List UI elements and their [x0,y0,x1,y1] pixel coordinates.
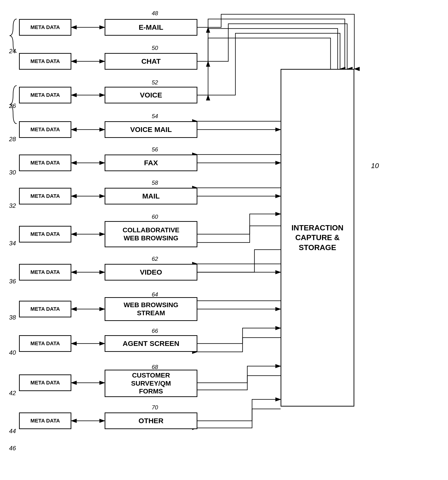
meta-box-5: META DATA [19,188,71,205]
ref-58: 58 [152,179,158,186]
meta-label-9: META DATA [30,340,60,347]
meta-label-6: META DATA [30,231,60,237]
meta-label-11: META DATA [30,418,60,424]
channel-box-agentscreen: AGENT SCREEN [105,335,197,352]
meta-box-3: META DATA [19,121,71,138]
bracket-label-38: 38 [9,314,16,321]
channel-box-webstream: WEB BROWSINGSTREAM [105,297,197,321]
channel-label-email: E-MAIL [139,23,163,32]
channel-box-video: VIDEO [105,264,197,281]
bracket-label-30: 30 [9,169,16,176]
ref-70: 70 [152,404,158,411]
channel-label-collab: COLLABORATIVEWEB BROWSING [122,226,179,242]
storage-label: INTERACTIONCAPTURE &STORAGE [292,223,344,253]
ref-52: 52 [152,79,158,86]
bracket-label-42: 42 [9,389,16,397]
ref-50: 50 [152,45,158,51]
meta-label-2: META DATA [30,92,60,98]
channel-label-webstream: WEB BROWSINGSTREAM [124,301,178,317]
channel-box-email: E-MAIL [105,19,197,36]
meta-label-3: META DATA [30,127,60,133]
bracket-label-32: 32 [9,202,16,209]
meta-box-4: META DATA [19,155,71,171]
channel-box-voice: VOICE [105,87,197,103]
bracket-label-26: 26 [9,102,16,110]
meta-box-7: META DATA [19,264,71,281]
diagram-container: META DATA META DATA META DATA META DATA … [0,0,448,480]
bracket-label-36: 36 [9,278,16,285]
meta-box-9: META DATA [19,335,71,352]
meta-box-11: META DATA [19,412,71,429]
ref-60: 60 [152,213,158,220]
ref-64: 64 [152,291,158,298]
bracket-label-40: 40 [9,349,16,356]
meta-label-0: META DATA [30,24,60,30]
meta-box-2: META DATA [19,87,71,103]
channel-label-mail: MAIL [142,192,160,200]
channel-box-voicemail: VOICE MAIL [105,121,197,138]
meta-label-5: META DATA [30,193,60,199]
channel-label-agentscreen: AGENT SCREEN [123,339,179,348]
channel-label-other: OTHER [139,416,164,425]
system-ref-10: 10 [371,162,379,170]
ref-56: 56 [152,146,158,153]
bracket-label-24: 24 [9,48,16,55]
channel-box-collab: COLLABORATIVEWEB BROWSING [105,221,197,247]
channel-label-voicemail: VOICE MAIL [130,125,172,134]
meta-label-1: META DATA [30,58,60,64]
channel-box-survey: CUSTOMERSURVEY/QMFORMS [105,370,197,397]
bracket-label-28: 28 [9,135,16,143]
channel-label-chat: CHAT [141,57,161,66]
meta-label-4: META DATA [30,160,60,166]
meta-box-6: META DATA [19,226,71,242]
channel-box-chat: CHAT [105,53,197,70]
ref-62: 62 [152,255,158,262]
ref-68: 68 [152,364,158,370]
bracket-label-44: 44 [9,427,16,435]
meta-label-8: META DATA [30,306,60,312]
meta-label-7: META DATA [30,269,60,275]
meta-box-8: META DATA [19,301,71,318]
channel-label-fax: FAX [144,159,158,167]
channel-box-other: OTHER [105,412,197,429]
meta-box-1: META DATA [19,53,71,70]
ref-48: 48 [152,10,158,17]
meta-box-10: META DATA [19,374,71,391]
meta-box-0: META DATA [19,19,71,36]
meta-label-10: META DATA [30,380,60,386]
channel-label-video: VIDEO [140,268,162,276]
ref-66: 66 [152,328,158,334]
channel-label-survey: CUSTOMERSURVEY/QMFORMS [131,371,171,395]
channel-box-mail: MAIL [105,188,197,205]
bracket-label-46: 46 [9,445,16,452]
channel-label-voice: VOICE [140,91,162,99]
bracket-label-34: 34 [9,240,16,247]
channel-box-fax: FAX [105,155,197,171]
ref-54: 54 [152,113,158,120]
storage-box: INTERACTIONCAPTURE &STORAGE [281,69,354,407]
